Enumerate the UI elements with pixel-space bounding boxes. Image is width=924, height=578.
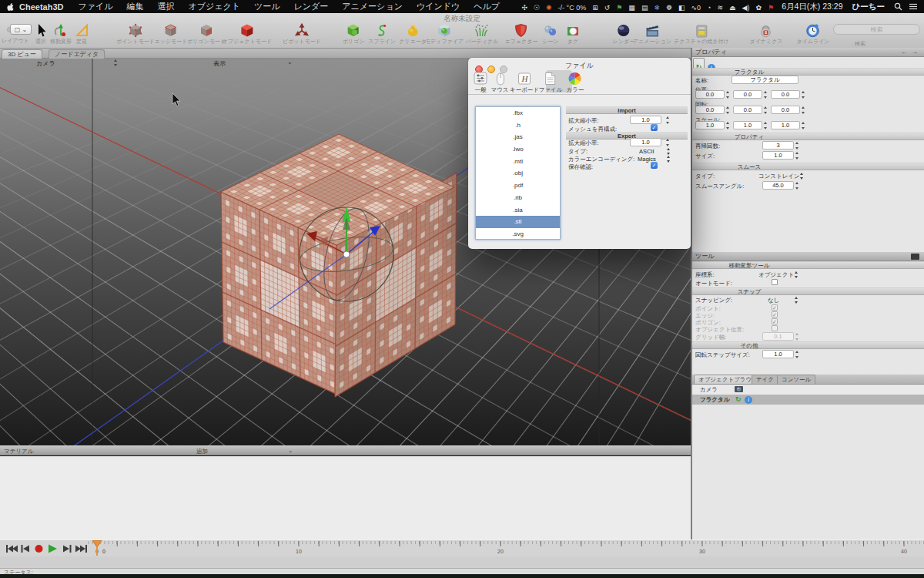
format-item[interactable]: .svg <box>476 228 560 240</box>
dialog-tab-keyboard[interactable]: H キーボード <box>510 72 539 94</box>
format-item[interactable]: .pdf <box>476 180 560 192</box>
record-button[interactable] <box>34 544 44 553</box>
play-button[interactable] <box>47 544 58 553</box>
material-add-chevron-icon[interactable]: ⌄ <box>288 447 293 454</box>
grid-width-field[interactable]: 0.1 <box>762 332 794 341</box>
snap-edge-checkbox[interactable]: ✓ <box>772 311 778 318</box>
coord-popup[interactable]: オブジェクト <box>758 271 794 279</box>
snap-objpos-checkbox[interactable] <box>772 325 778 331</box>
status-icon[interactable]: -/- °C 0% <box>558 4 587 12</box>
ruler-tool-button[interactable]: 定規 <box>73 23 90 45</box>
export-scale-field[interactable]: 1.0 <box>630 138 661 146</box>
status-icon[interactable]: ✣ <box>521 4 527 12</box>
point-mode-button[interactable]: ポイントモード <box>116 23 155 45</box>
modifier-button[interactable]: モディファイア <box>425 23 464 45</box>
dynamics-button[interactable]: B ダイナミクス <box>750 23 783 45</box>
menu-render[interactable]: レンダー <box>294 1 329 12</box>
tab-node-editor[interactable]: ノードエディタ <box>49 49 105 59</box>
browser-row-fractal[interactable]: フラクタル ↻ i <box>692 395 924 405</box>
menu-select[interactable]: 選択 <box>158 1 175 12</box>
layout-dropdown[interactable]: ▢ ⌄ <box>10 24 32 35</box>
status-icon[interactable]: ⏏ <box>729 4 736 12</box>
snap-point-checkbox[interactable]: ✓ <box>772 304 778 311</box>
smooth-type-arrows[interactable] <box>800 173 804 180</box>
position-x-stepper[interactable] <box>726 91 730 99</box>
menu-tools[interactable]: ツール <box>254 1 280 12</box>
creator-button[interactable]: クリエータ <box>399 23 427 45</box>
menu-help[interactable]: ヘルプ <box>474 1 500 12</box>
format-item[interactable]: .lwo <box>476 143 560 156</box>
rotation-y-stepper[interactable] <box>764 106 768 114</box>
browser-row-camera[interactable]: カメラ <box>692 385 924 395</box>
effector-button[interactable]: エフェクター <box>505 23 538 45</box>
status-icon[interactable]: ≋ <box>718 4 724 12</box>
rotation-x-field[interactable]: 0.0 <box>695 106 725 114</box>
timeline-button[interactable]: タイムライン <box>797 23 830 45</box>
material-add-button[interactable]: 追加 <box>196 448 208 455</box>
snap-polygon-checkbox[interactable]: ✓ <box>772 318 778 324</box>
format-item[interactable]: .mtl <box>476 156 560 168</box>
menu-object[interactable]: オブジェクト <box>189 1 241 12</box>
search-input[interactable]: 検索 <box>833 24 920 35</box>
menu-app-name[interactable]: Cheetah3D <box>19 2 63 12</box>
status-icon[interactable]: ∿0 <box>691 4 701 12</box>
status-icon[interactable]: ☸ <box>666 4 672 12</box>
status-icon[interactable]: ✿ <box>756 4 762 12</box>
tag-button[interactable]: タグ <box>564 23 581 45</box>
move-tool-button[interactable]: 移動変形 <box>50 23 72 45</box>
recursion-field[interactable]: 3 <box>762 141 794 150</box>
go-start-button[interactable] <box>5 544 18 553</box>
position-z-field[interactable]: 0.0 <box>771 90 800 99</box>
camera-dropdown-arrows[interactable] <box>114 59 118 66</box>
grid-width-stepper[interactable] <box>795 333 799 341</box>
rotstep-field[interactable]: 1.0 <box>762 350 794 358</box>
rebuild-checkbox[interactable]: ✓ <box>651 124 658 131</box>
smooth-angle-field[interactable]: 45.0 <box>762 181 794 190</box>
size-stepper[interactable] <box>795 152 799 160</box>
format-item[interactable]: .rib <box>476 192 560 204</box>
animation-button[interactable]: アニメーション <box>633 23 671 45</box>
particle-button[interactable]: パーティクル <box>466 23 499 45</box>
format-item[interactable]: .jas <box>476 131 560 143</box>
notification-center-icon[interactable] <box>909 2 918 11</box>
next-frame-button[interactable] <box>62 544 72 553</box>
type-arrows[interactable] <box>667 148 671 155</box>
import-scale-field[interactable]: 1.0 <box>630 116 661 124</box>
camera-dropdown[interactable]: カメラ <box>36 59 55 68</box>
polygon-mode-button[interactable]: ポリゴンモード <box>187 23 226 45</box>
dialog-tab-mouse[interactable]: マウス <box>490 72 508 94</box>
coord-arrows[interactable] <box>795 271 798 278</box>
status-icon[interactable]: ◧ <box>678 4 685 12</box>
object-mode-button[interactable]: オブジェクトモード <box>223 23 272 45</box>
dialog-tab-general[interactable]: 一般 <box>473 72 488 94</box>
tab-console[interactable]: コンソール <box>777 375 815 384</box>
render-button[interactable]: レンダー <box>613 23 635 45</box>
name-field[interactable]: フラクタル <box>732 76 798 84</box>
scale-z-field[interactable]: 1.0 <box>771 121 800 129</box>
menu-status-icons[interactable]: ✣☉✺-/- °C 0%⊞↺⚑▦▤❄☸◧∿0◔≋⏏◀)✿⚑ <box>518 2 777 12</box>
status-icon[interactable]: ◔ <box>707 4 711 12</box>
rotation-z-field[interactable]: 0.0 <box>771 106 800 114</box>
scale-x-field[interactable]: 1.0 <box>695 121 725 129</box>
snapping-popup[interactable]: なし <box>768 297 779 304</box>
menu-user[interactable]: ひーちー <box>852 2 886 12</box>
pivot-mode-button[interactable]: ピボットモード <box>283 23 321 45</box>
position-y-field[interactable]: 0.0 <box>733 90 762 99</box>
status-icon[interactable]: ▤ <box>641 4 648 12</box>
dialog-tab-file[interactable]: ファイル <box>539 72 563 94</box>
playhead[interactable] <box>92 540 102 556</box>
status-icon[interactable]: ↺ <box>604 4 611 12</box>
tab-take[interactable]: テイク <box>752 375 778 384</box>
rotation-x-stepper[interactable] <box>726 106 730 114</box>
polygon-create-button[interactable]: ポリゴン <box>343 23 365 45</box>
automode-checkbox[interactable] <box>772 279 778 285</box>
material-area[interactable] <box>0 456 691 539</box>
position-y-stepper[interactable] <box>764 91 768 99</box>
format-item[interactable]: .obj <box>476 167 560 180</box>
scale-y-stepper[interactable] <box>764 122 768 129</box>
forward-arrow-icon[interactable]: → <box>912 48 918 57</box>
menu-file[interactable]: ファイル <box>78 1 112 12</box>
recursion-stepper[interactable] <box>795 142 799 150</box>
display-dropdown[interactable]: 表示 <box>213 59 226 68</box>
type-popup[interactable]: ASCII <box>639 148 654 155</box>
